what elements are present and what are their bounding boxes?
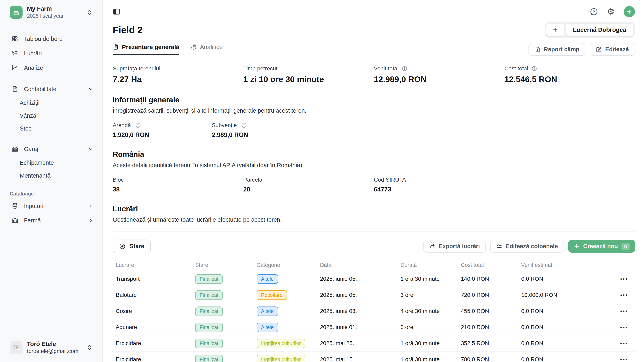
chevron-down-icon bbox=[88, 146, 94, 152]
sidebar-toggle-button[interactable] bbox=[113, 8, 120, 15]
sidebar-nav: Tablou de bord Lucrări Analize bbox=[0, 31, 102, 228]
user-name: Toró Etele bbox=[27, 341, 78, 347]
crop-tag-button[interactable]: Lucernă Dobrogea bbox=[566, 23, 633, 36]
section-description: Aceste detalii identifică terenul în sis… bbox=[113, 162, 635, 169]
field-label: Bloc bbox=[113, 177, 124, 183]
create-new-button[interactable]: Creează nou n bbox=[568, 240, 635, 253]
work-name: Adunare bbox=[113, 324, 195, 331]
sidebar-item-label: Contabilitate bbox=[24, 86, 56, 92]
category-badge: Altele bbox=[256, 307, 278, 316]
add-button[interactable] bbox=[624, 6, 635, 17]
row-menu-button[interactable]: ••• bbox=[620, 356, 628, 362]
tab-label: Prezentare generală bbox=[122, 44, 179, 50]
sidebar-section-catalogs: Cataloage bbox=[10, 191, 102, 197]
work-name: Balotare bbox=[113, 292, 195, 298]
column-header: Cost total bbox=[461, 262, 521, 268]
chevron-updown-icon bbox=[86, 344, 92, 351]
stat-value: 7.27 Ha bbox=[113, 75, 243, 84]
stat-label: Suprafața terenului bbox=[113, 65, 160, 72]
row-menu-button[interactable]: ••• bbox=[620, 340, 628, 347]
work-cost: 210,0 RON bbox=[461, 324, 521, 331]
barn-icon bbox=[12, 217, 18, 224]
column-header: Stare bbox=[195, 262, 256, 268]
work-revenue: 0,0 RON bbox=[521, 276, 580, 282]
info-icon[interactable] bbox=[402, 66, 407, 71]
tab-overview[interactable]: Prezentare generală bbox=[113, 44, 179, 55]
user-account-switcher[interactable]: TE Toró Etele toroetele@gmail.com bbox=[0, 335, 102, 362]
sidebar-item-equipment[interactable]: Echipamente bbox=[0, 156, 102, 169]
table-row[interactable]: Erbicidare Finalizat Îngrijirea culturil… bbox=[113, 352, 635, 362]
sidebar-item-purchases[interactable]: Achiziții bbox=[0, 96, 102, 109]
svg-text:?: ? bbox=[593, 10, 595, 14]
field-value: 1.920,0 RON bbox=[113, 131, 212, 139]
row-menu-button[interactable]: ••• bbox=[620, 276, 628, 282]
info-icon[interactable] bbox=[241, 122, 247, 128]
sidebar-item-label: Echipamente bbox=[20, 159, 54, 166]
category-badge: Îngrijirea culturilor bbox=[256, 355, 305, 362]
chevron-right-icon bbox=[88, 218, 94, 223]
table-row[interactable]: Adunare Finalizat Altele 2025. iunie 01.… bbox=[113, 319, 635, 336]
status-filter-button[interactable]: Stare bbox=[113, 240, 151, 253]
table-row[interactable]: Transport Finalizat Altele 2025. iunie 0… bbox=[113, 271, 635, 287]
farm-switcher[interactable]: My Farm 2025 fiscal year bbox=[0, 5, 102, 19]
button-label: Exportă lucrări bbox=[439, 243, 480, 250]
field-label: Parcelă bbox=[243, 177, 262, 183]
pie-chart-icon bbox=[190, 44, 196, 50]
crop-tag-group: Lucernă Dobrogea bbox=[544, 22, 635, 38]
sidebar-item-accounting[interactable]: Contabilitate bbox=[0, 82, 102, 96]
work-revenue: 0,0 RON bbox=[521, 356, 580, 362]
sidebar-item-label: Tablou de bord bbox=[24, 35, 62, 42]
checklist-icon bbox=[12, 50, 18, 57]
app-window: My Farm 2025 fiscal year Tablou de bord bbox=[0, 0, 644, 362]
row-menu-button[interactable]: ••• bbox=[620, 324, 628, 331]
table-row[interactable]: Cosire Finalizat Altele 2025. iunie 03. … bbox=[113, 303, 635, 319]
sidebar-item-inputs[interactable]: Inputuri bbox=[0, 199, 102, 213]
work-date: 2025. mai 15. bbox=[320, 356, 400, 362]
status-badge: Finalizat bbox=[195, 307, 223, 316]
section-title: România bbox=[113, 150, 635, 159]
status-badge: Finalizat bbox=[195, 339, 223, 348]
work-date: 2025. iunie 01. bbox=[320, 324, 400, 331]
status-badge: Finalizat bbox=[195, 323, 223, 332]
info-icon[interactable] bbox=[135, 122, 141, 128]
edit-field-button[interactable]: Editează bbox=[590, 43, 635, 56]
pencil-icon bbox=[596, 46, 602, 52]
database-icon bbox=[12, 203, 18, 209]
sidebar-item-dashboard[interactable]: Tablou de bord bbox=[0, 31, 102, 46]
sidebar-item-garage[interactable]: Garaj bbox=[0, 142, 102, 156]
work-date: 2025. iunie 05. bbox=[320, 276, 400, 282]
table-row[interactable]: Erbicidare Finalizat Îngrijirea culturil… bbox=[113, 336, 635, 352]
button-label: Editează coloanele bbox=[506, 243, 558, 250]
sidebar-item-stock[interactable]: Stoc bbox=[0, 122, 102, 135]
sidebar-item-works[interactable]: Lucrări bbox=[0, 46, 102, 60]
share-arrow-icon bbox=[430, 243, 436, 249]
sliders-icon bbox=[496, 243, 502, 249]
sidebar-item-label: Analize bbox=[24, 64, 43, 71]
dashboard-icon bbox=[12, 35, 18, 42]
section-description: Gestionează și urmărește toate lucrările… bbox=[113, 216, 635, 223]
row-menu-button[interactable]: ••• bbox=[620, 292, 628, 298]
help-icon[interactable]: ? bbox=[590, 7, 598, 16]
category-badge: Recoltare bbox=[256, 290, 287, 300]
work-name: Cosire bbox=[113, 308, 195, 314]
work-duration: 1 oră 30 minute bbox=[400, 340, 461, 347]
tab-analytics[interactable]: Analitice bbox=[190, 44, 222, 55]
sidebar-item-sales[interactable]: Vânzări bbox=[0, 109, 102, 122]
user-email: toroetele@gmail.com bbox=[27, 348, 78, 354]
chart-icon bbox=[12, 64, 18, 71]
sidebar-item-analytics[interactable]: Analize bbox=[0, 60, 102, 75]
add-crop-tab-button[interactable] bbox=[546, 23, 564, 36]
row-menu-button[interactable]: ••• bbox=[620, 308, 628, 314]
edit-columns-button[interactable]: Editează coloanele bbox=[490, 240, 564, 253]
field-report-button[interactable]: Raport câmp bbox=[528, 43, 586, 56]
gear-icon[interactable]: ⚙ bbox=[607, 7, 615, 16]
export-works-button[interactable]: Exportă lucrări bbox=[424, 240, 486, 253]
info-icon[interactable] bbox=[532, 66, 537, 71]
sidebar-item-farm[interactable]: Fermă bbox=[0, 213, 102, 228]
work-revenue: 0,0 RON bbox=[521, 340, 580, 347]
field-stats: Suprafața terenului 7.27 Ha Timp petrecu… bbox=[113, 65, 635, 84]
field-subsidy: Subvenție 2.989,0 RON bbox=[212, 122, 311, 139]
table-row[interactable]: Balotare Finalizat Recoltare 2025. iunie… bbox=[113, 287, 635, 303]
sidebar-item-maintenance[interactable]: Mentenanță bbox=[0, 169, 102, 182]
sidebar-item-label: Achiziții bbox=[20, 99, 40, 106]
